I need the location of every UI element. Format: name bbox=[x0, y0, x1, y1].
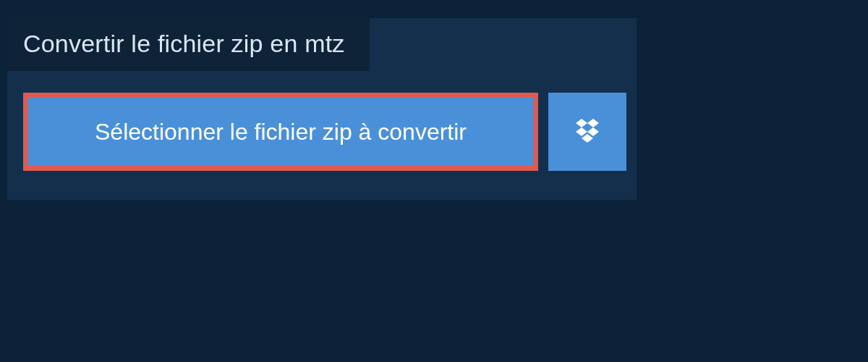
dropbox-icon bbox=[573, 117, 602, 146]
select-file-button[interactable]: Sélectionner le fichier zip à convertir bbox=[23, 93, 538, 171]
svg-marker-1 bbox=[587, 119, 599, 127]
svg-marker-3 bbox=[587, 127, 599, 136]
button-row: Sélectionner le fichier zip à convertir bbox=[7, 71, 637, 200]
svg-marker-0 bbox=[576, 119, 587, 127]
svg-marker-4 bbox=[582, 134, 593, 143]
dropbox-button[interactable] bbox=[548, 93, 626, 171]
panel-title: Convertir le fichier zip en mtz bbox=[7, 18, 370, 71]
select-file-label: Sélectionner le fichier zip à convertir bbox=[95, 119, 467, 146]
converter-panel: Convertir le fichier zip en mtz Sélectio… bbox=[7, 18, 637, 200]
svg-marker-2 bbox=[576, 127, 587, 136]
